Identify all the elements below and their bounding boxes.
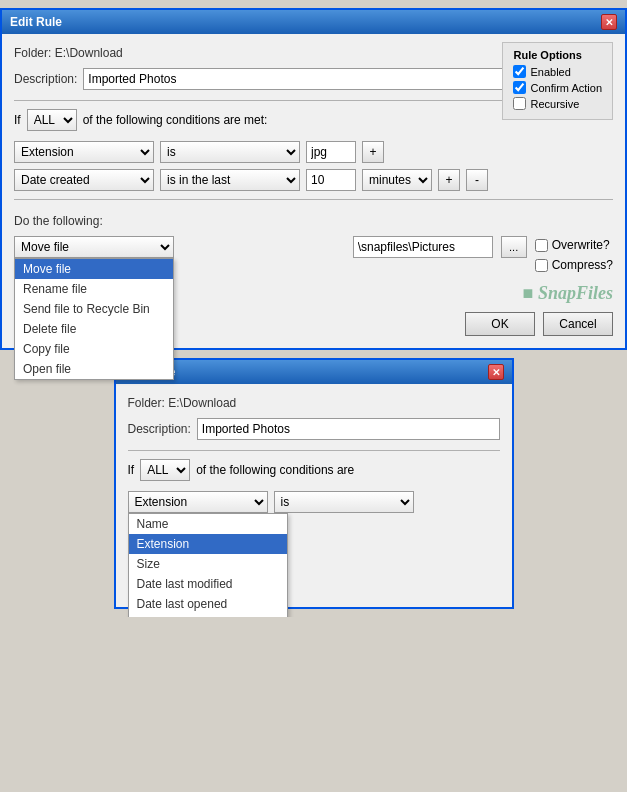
all-select-2[interactable]: ALL ANY [140,459,190,481]
action-item-move-file[interactable]: Move file [15,259,173,279]
browse-button[interactable]: ... [501,236,527,258]
folder-label: Folder: [14,46,51,60]
recursive-checkbox[interactable] [513,97,526,110]
edit-rule-dialog-1: Edit Rule ✕ Rule Options Enabled Confirm… [0,8,627,350]
enabled-checkbox[interactable] [513,65,526,78]
action-row: Move file Rename file Send file to Recyc… [14,236,613,275]
action-item-delete-file[interactable]: Delete file [15,319,173,339]
condition-field-select-1[interactable]: Extension Name Size Date last modified D… [14,141,154,163]
folder-label-2: Folder: [128,396,165,410]
divider-2 [14,199,613,200]
action-item-copy-file[interactable]: Copy file [15,339,173,359]
titlebar-2: Edit Rule ✕ [116,360,512,384]
description-label: Description: [14,72,77,86]
condition-field-dropdown-list: Name Extension Size Date last modified D… [128,513,288,617]
condition-field-select-dropdown[interactable]: Extension [128,491,268,513]
cond-item-size[interactable]: Size [129,554,287,574]
close-button-2[interactable]: ✕ [488,364,504,380]
description-label-2: Description: [128,422,191,436]
condition-operator-select-1[interactable]: is is not contains [160,141,300,163]
enabled-row: Enabled [513,65,602,78]
folder-row-2: Folder: E:\Download [128,396,500,410]
dialog-title-1: Edit Rule [10,15,62,29]
action-dropdown-wrapper: Move file Rename file Send file to Recyc… [14,236,174,258]
cond-item-name[interactable]: Name [129,514,287,534]
enabled-label: Enabled [530,66,570,78]
folder-value: E:\Download [55,46,123,60]
confirm-action-row: Confirm Action [513,81,602,94]
add-condition-button-2[interactable]: + [438,169,460,191]
cancel-button-1[interactable]: Cancel [543,312,613,336]
condition-row-1: Extension Name Size Date last modified D… [14,141,613,163]
path-input[interactable] [353,236,493,258]
folder-value-2: E:\Download [168,396,236,410]
action-item-send-recycle[interactable]: Send file to Recycle Bin [15,299,173,319]
recursive-row: Recursive [513,97,602,110]
action-select[interactable]: Move file Rename file Send file to Recyc… [14,236,174,258]
divider-3 [128,450,500,451]
conditions-suffix: of the following conditions are met: [83,113,268,127]
description-row-2: Description: [128,418,500,440]
conditions-header-2: If ALL ANY of the following conditions a… [128,459,500,481]
compress-label: Compress? [552,258,613,272]
rule-options-panel: Rule Options Enabled Confirm Action Recu… [502,42,613,120]
if-label-2: If [128,463,135,477]
add-condition-button-1[interactable]: + [362,141,384,163]
ok-button-1[interactable]: OK [465,312,535,336]
rule-options-title: Rule Options [513,49,602,61]
dialog-body-2: Folder: E:\Download Description: If ALL … [116,384,512,607]
cond-item-extension[interactable]: Extension [129,534,287,554]
action-item-rename-file[interactable]: Rename file [15,279,173,299]
cond-item-date-created[interactable]: Date created [129,614,287,617]
condition-row-dropdown: Extension Name Extension Size Date last … [128,491,500,513]
condition-field-wrapper: Extension Name Extension Size Date last … [128,491,268,513]
do-section: Do the following: Move file Rename file … [14,214,613,275]
condition-field-select-2[interactable]: Date created Extension Name Size Date la… [14,169,154,191]
titlebar-1: Edit Rule ✕ [2,10,625,34]
condition-unit-select-2[interactable]: minutes hours days [362,169,432,191]
overwrite-label: Overwrite? [552,238,610,252]
remove-condition-button-2[interactable]: - [466,169,488,191]
confirm-action-checkbox[interactable] [513,81,526,94]
overwrite-row: Overwrite? [535,238,613,252]
overwrite-section: Overwrite? Compress? [535,238,613,275]
confirm-action-label: Confirm Action [530,82,602,94]
action-dropdown-list: Move file Rename file Send file to Recyc… [14,258,174,380]
condition-value-input-1[interactable] [306,141,356,163]
close-button-1[interactable]: ✕ [601,14,617,30]
condition-row-2: Date created Extension Name Size Date la… [14,169,613,191]
cond-item-date-modified[interactable]: Date last modified [129,574,287,594]
do-label: Do the following: [14,214,613,228]
cond-item-date-opened[interactable]: Date last opened [129,594,287,614]
compress-checkbox[interactable] [535,259,548,272]
dialog-body-1: Rule Options Enabled Confirm Action Recu… [2,34,625,348]
edit-rule-dialog-2: Edit Rule ✕ Folder: E:\Download Descript… [114,358,514,609]
condition-value-input-2[interactable] [306,169,356,191]
all-select[interactable]: ALL ANY [27,109,77,131]
action-item-open-file[interactable]: Open file [15,359,173,379]
overwrite-checkbox[interactable] [535,239,548,252]
description-input-2[interactable] [197,418,500,440]
compress-row: Compress? [535,258,613,272]
condition-operator-select-d2[interactable]: is [274,491,414,513]
conditions-suffix-2: of the following conditions are [196,463,354,477]
condition-operator-select-2[interactable]: is in the last is is not is before is af… [160,169,300,191]
recursive-label: Recursive [530,98,579,110]
if-label: If [14,113,21,127]
